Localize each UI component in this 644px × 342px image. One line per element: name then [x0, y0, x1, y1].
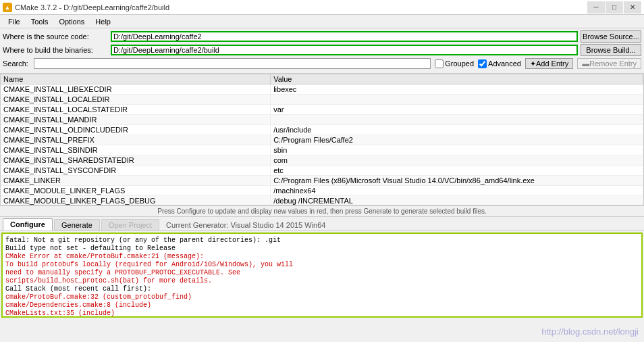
output-line: To build protobufs locally (required for… — [5, 261, 639, 268]
table-cell-name: CMAKE_INSTALL_PREFIX — [1, 135, 271, 145]
table-cell-value — [271, 115, 643, 125]
table-cell-value: sbin — [271, 145, 643, 155]
search-options: Grouped Advanced ✦Add Entry ▬Remove Entr… — [435, 58, 641, 69]
table-cell-name: CMAKE_MODULE_LINKER_FLAGS_DEBUG — [1, 196, 271, 206]
output-line: scripts/build_host_protoc.sh(bat) for mo… — [5, 277, 639, 285]
search-input[interactable] — [34, 58, 431, 69]
menu-options[interactable]: Options — [53, 16, 90, 27]
build-input[interactable] — [111, 45, 578, 55]
status-text: Press Configure to update and display ne… — [157, 207, 487, 215]
output-line: Build type not set - defaulting to Relea… — [5, 245, 639, 252]
search-row: Search: Grouped Advanced ✦Add Entry ▬Rem… — [3, 57, 641, 70]
table-cell-name: CMAKE_INSTALL_MANDIR — [1, 115, 271, 125]
grouped-checkbox-label[interactable]: Grouped — [435, 59, 474, 68]
minimize-button[interactable]: ─ — [587, 1, 605, 14]
advanced-label: Advanced — [488, 59, 521, 68]
source-row: Where is the source code: Browse Source.… — [3, 30, 641, 43]
grouped-checkbox[interactable] — [435, 59, 444, 68]
table-cell-value: /debug /INCREMENTAL — [271, 196, 643, 206]
tab-open-project-label: Open Project — [109, 221, 152, 229]
table-cell-value: com — [271, 155, 643, 166]
output-line: need to manually specify a PROTOBUF_PROT… — [5, 269, 639, 276]
table-cell-value: C:/Program Files (x86)/Microsoft Visual … — [271, 176, 643, 186]
table-cell-value: /machinex64 — [271, 186, 643, 196]
output-line: cmake/ProtoBuf.cmake:32 (custom_protobuf… — [5, 293, 639, 301]
output-line: CMake Error at cmake/ProtoBuf.cmake:21 (… — [5, 253, 639, 260]
generator-info: Current Generator: Visual Studio 14 2015… — [161, 220, 331, 230]
title-bar: ▲ CMake 3.7.2 - D:/git/DeepLearning/caff… — [0, 0, 644, 15]
table-cell-name: CMAKE_LINKER — [1, 176, 271, 186]
title-left: ▲ CMake 3.7.2 - D:/git/DeepLearning/caff… — [3, 3, 169, 12]
output-line: cmake/Dependencies.cmake:8 (include) — [5, 301, 639, 309]
remove-entry-button[interactable]: ▬Remove Entry — [577, 58, 641, 69]
title-text: CMake 3.7.2 - D:/git/DeepLearning/caffe2… — [15, 3, 169, 11]
table-row[interactable]: CMAKE_INSTALL_MANDIR — [1, 115, 643, 125]
browse-source-button[interactable]: Browse Source... — [581, 30, 641, 43]
table-cell-name: CMAKE_INSTALL_SBINDIR — [1, 145, 271, 155]
menu-tools[interactable]: Tools — [26, 16, 54, 27]
table-cell-name: CMAKE_INSTALL_LIBEXECDIR — [1, 84, 271, 95]
tab-configure[interactable]: Configure — [3, 218, 53, 230]
table-cell-value — [271, 95, 643, 105]
menu-help[interactable]: Help — [90, 16, 116, 27]
menu-bar: File Tools Options Help — [0, 15, 644, 28]
table-row[interactable]: CMAKE_INSTALL_LOCALEDIR — [1, 95, 643, 105]
table-row[interactable]: CMAKE_LINKERC:/Program Files (x86)/Micro… — [1, 176, 643, 186]
source-input[interactable] — [111, 31, 578, 42]
tab-configure-label: Configure — [10, 220, 45, 228]
table-cell-name: CMAKE_INSTALL_SYSCONFDIR — [1, 166, 271, 176]
tabs-row: Configure Generate Open Project Current … — [0, 217, 644, 231]
tab-open-project: Open Project — [101, 219, 159, 230]
table-row[interactable]: CMAKE_MODULE_LINKER_FLAGS/machinex64 — [1, 186, 643, 196]
advanced-checkbox-label[interactable]: Advanced — [478, 59, 521, 68]
table-row[interactable]: CMAKE_INSTALL_SHAREDSTATEDIRcom — [1, 155, 643, 166]
form-area: Where is the source code: Browse Source.… — [0, 28, 644, 74]
table-row[interactable]: CMAKE_MODULE_LINKER_FLAGS_DEBUG/debug /I… — [1, 196, 643, 206]
table-row[interactable]: CMAKE_INSTALL_PREFIXC:/Program Files/Caf… — [1, 135, 643, 145]
tab-generate[interactable]: Generate — [54, 219, 100, 230]
tab-generate-label: Generate — [61, 221, 92, 229]
grouped-label: Grouped — [445, 59, 474, 68]
table-cell-value: /usr/include — [271, 125, 643, 135]
table-row[interactable]: CMAKE_INSTALL_SBINDIRsbin — [1, 145, 643, 155]
table-row[interactable]: CMAKE_INSTALL_LOCALSTATEDIRvar — [1, 105, 643, 115]
build-row: Where to build the binaries: Browse Buil… — [3, 44, 641, 56]
advanced-checkbox[interactable] — [478, 59, 487, 68]
table-cell-name: CMAKE_INSTALL_LOCALSTATEDIR — [1, 105, 271, 115]
table-cell-value: etc — [271, 166, 643, 176]
table-cell-name: CMAKE_INSTALL_SHAREDSTATEDIR — [1, 155, 271, 166]
table-row[interactable]: CMAKE_INSTALL_SYSCONFDIRetc — [1, 166, 643, 176]
menu-file[interactable]: File — [3, 16, 26, 27]
output-line: CMakeLists.txt:35 (include) — [5, 310, 639, 317]
watermark: http://blog.csdn.net/longji — [541, 326, 639, 337]
table-cell-value: libexec — [271, 84, 643, 95]
title-controls: ─ □ ✕ — [587, 1, 641, 14]
col-header-value: Value — [271, 74, 643, 84]
status-bar: Press Configure to update and display ne… — [0, 205, 644, 217]
output-panel: fatal: Not a git repository (or any of t… — [1, 233, 643, 318]
table-cell-name: CMAKE_INSTALL_LOCALEDIR — [1, 95, 271, 105]
search-label: Search: — [3, 59, 34, 68]
cmake-table: Name Value CMAKE_INSTALL_LIBEXECDIRlibex… — [1, 74, 643, 205]
table-cell-name: CMAKE_INSTALL_OLDINCLUDEDIR — [1, 125, 271, 135]
maximize-button[interactable]: □ — [606, 1, 623, 14]
output-line: fatal: Not a git repository (or any of t… — [5, 237, 639, 244]
table-row[interactable]: CMAKE_INSTALL_LIBEXECDIRlibexec — [1, 84, 643, 95]
build-label: Where to build the binaries: — [3, 46, 111, 54]
add-entry-button[interactable]: ✦Add Entry — [525, 58, 573, 69]
col-header-name: Name — [1, 74, 271, 84]
app-icon: ▲ — [3, 3, 12, 12]
source-label: Where is the source code: — [3, 32, 111, 41]
generator-info-text: Current Generator: Visual Studio 14 2015… — [166, 221, 325, 229]
table-cell-value: var — [271, 105, 643, 115]
cmake-table-container: Name Value CMAKE_INSTALL_LIBEXECDIRlibex… — [0, 74, 644, 205]
table-cell-value: C:/Program Files/Caffe2 — [271, 135, 643, 145]
table-cell-name: CMAKE_MODULE_LINKER_FLAGS — [1, 186, 271, 196]
browse-build-button[interactable]: Browse Build... — [581, 44, 641, 56]
close-button[interactable]: ✕ — [624, 1, 641, 14]
table-row[interactable]: CMAKE_INSTALL_OLDINCLUDEDIR/usr/include — [1, 125, 643, 135]
output-line: Call Stack (most recent call first): — [5, 285, 639, 293]
